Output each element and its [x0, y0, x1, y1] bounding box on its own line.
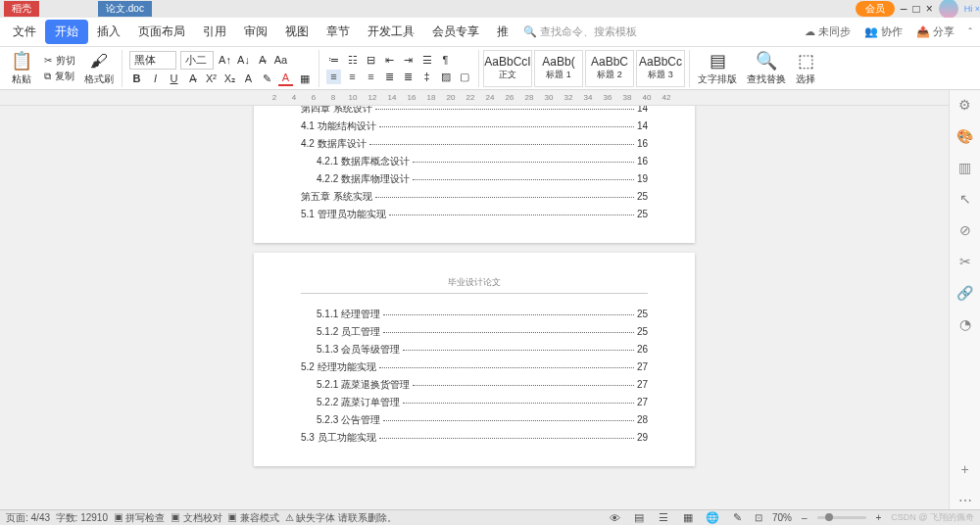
zoom-in-icon[interactable]: + — [876, 512, 882, 523]
align-distributed-icon[interactable]: ≣ — [401, 70, 416, 84]
subscript-icon[interactable]: X₂ — [222, 72, 237, 86]
sidepanel-settings-icon[interactable]: ⚙ — [956, 96, 974, 114]
shrink-font-icon[interactable]: A↓ — [236, 53, 251, 68]
avatar[interactable] — [939, 0, 958, 19]
select-button[interactable]: ⬚选择 — [792, 50, 819, 86]
vip-button[interactable]: 会员 — [856, 1, 895, 17]
decrease-indent-icon[interactable]: ⇤ — [382, 53, 397, 68]
sort-icon[interactable]: ☰ — [419, 53, 434, 68]
grow-font-icon[interactable]: A↑ — [218, 53, 232, 68]
toc-entry[interactable]: 5.2.2 蔬菜订单管理27 — [301, 396, 648, 409]
paste-button[interactable]: 📋粘贴 — [7, 50, 36, 86]
align-center-icon[interactable]: ≡ — [345, 70, 360, 84]
zoom-value[interactable]: 70% — [772, 512, 792, 523]
highlight-icon[interactable]: ✎ — [260, 72, 274, 86]
menu-vip[interactable]: 会员专享 — [423, 24, 488, 40]
toc-entry[interactable]: 5.1 管理员功能实现25 — [301, 208, 648, 221]
char-shading-icon[interactable]: ▦ — [297, 72, 312, 86]
clear-format-icon[interactable]: A̶ — [255, 53, 270, 68]
borders-icon[interactable]: ▢ — [457, 70, 471, 84]
style-h3[interactable]: AaBbCc标题 3 — [636, 50, 685, 87]
menu-section[interactable]: 章节 — [318, 24, 359, 40]
toc-entry[interactable]: 5.3 员工功能实现29 — [301, 431, 648, 445]
text-effects-icon[interactable]: A — [241, 72, 256, 86]
collapse-ribbon-icon[interactable]: ˆ — [968, 26, 972, 38]
toc-entry[interactable]: 5.2.1 蔬菜退换货管理27 — [301, 378, 648, 392]
sidepanel-clip-icon[interactable]: ✂ — [956, 253, 974, 270]
increase-indent-icon[interactable]: ⇥ — [401, 53, 416, 68]
zoom-slider[interactable] — [817, 516, 866, 519]
strike-icon[interactable]: A̶ — [185, 72, 200, 86]
view-web-icon[interactable]: ▦ — [681, 510, 696, 525]
share-button[interactable]: 📤 分享 — [916, 24, 955, 39]
view-focus-icon[interactable]: ✎ — [730, 510, 745, 525]
menu-review[interactable]: 审阅 — [235, 24, 276, 40]
maximize-icon[interactable]: □ — [912, 2, 919, 16]
status-spellcheck[interactable]: ▣ 拼写检查 — [114, 511, 166, 525]
italic-icon[interactable]: I — [148, 72, 163, 86]
status-page[interactable]: 页面: 4/43 — [6, 511, 50, 525]
zoom-fit-icon[interactable]: ⊡ — [755, 512, 762, 523]
toc-entry[interactable]: 4.1 功能结构设计14 — [301, 119, 648, 133]
copy-button[interactable]: ⧉ 复制 — [44, 70, 75, 83]
menu-insert[interactable]: 插入 — [88, 24, 129, 40]
line-spacing-icon[interactable]: ‡ — [419, 70, 434, 84]
change-case-icon[interactable]: Aa — [273, 53, 288, 68]
menu-pagelayout[interactable]: 页面布局 — [129, 24, 194, 40]
numbering-icon[interactable]: ☷ — [345, 53, 360, 68]
toc-entry[interactable]: 5.1.3 会员等级管理26 — [301, 343, 648, 357]
toc-entry[interactable]: 第五章 系统实现25 — [301, 190, 648, 204]
sidepanel-nav-icon[interactable]: ▥ — [956, 159, 974, 176]
status-missing-font[interactable]: ⚠ 缺失字体 — [285, 511, 336, 525]
document-area[interactable]: 第四章 系统设计144.1 功能结构设计144.2 数据库设计164.2.1 数… — [0, 106, 949, 509]
sync-status[interactable]: ☁ 未同步 — [805, 24, 851, 39]
sidepanel-more-icon[interactable]: ⋯ — [956, 492, 974, 509]
sidepanel-plus-icon[interactable]: + — [956, 460, 974, 478]
view-outline-icon[interactable]: ☰ — [657, 510, 671, 525]
app-tab-doc[interactable]: 论文.doc — [98, 1, 152, 17]
menu-home[interactable]: 开始 — [45, 20, 88, 44]
menu-view[interactable]: 视图 — [276, 24, 318, 40]
toc-entry[interactable]: 第四章 系统设计14 — [301, 106, 648, 116]
style-normal[interactable]: AaBbCcI正文 — [483, 50, 532, 87]
bold-icon[interactable]: B — [129, 72, 144, 86]
sidepanel-select-icon[interactable]: ↖ — [956, 190, 974, 208]
zoom-out-icon[interactable]: – — [802, 512, 808, 523]
align-right-icon[interactable]: ≡ — [364, 70, 378, 84]
toc-entry[interactable]: 5.2.3 公告管理28 — [301, 413, 648, 427]
font-family-select[interactable]: 黑体 — [129, 51, 176, 70]
coop-button[interactable]: 👥 协作 — [864, 24, 903, 39]
ruler[interactable]: 24681012141618202224262830323436384042 — [0, 90, 980, 106]
style-h2[interactable]: AaBbC标题 2 — [585, 50, 634, 87]
menu-devtools[interactable]: 开发工具 — [359, 24, 423, 40]
underline-icon[interactable]: U — [167, 72, 181, 86]
toc-entry[interactable]: 5.2 经理功能实现27 — [301, 360, 648, 374]
status-words[interactable]: 字数: 12910 — [56, 511, 108, 525]
toc-entry[interactable]: 4.2 数据库设计16 — [301, 137, 648, 151]
shading-icon[interactable]: ▨ — [438, 70, 453, 84]
toc-entry[interactable]: 5.1.1 经理管理25 — [301, 308, 648, 321]
multilevel-icon[interactable]: ⊟ — [364, 53, 378, 68]
find-replace-button[interactable]: 🔍查找替换 — [743, 50, 790, 86]
status-compat[interactable]: ▣ 兼容模式 — [227, 511, 279, 525]
sidepanel-link-icon[interactable]: 🔗 — [956, 284, 974, 302]
cut-button[interactable]: ✂ 剪切 — [44, 54, 75, 68]
format-brush-button[interactable]: 🖌格式刷 — [80, 51, 118, 86]
bullets-icon[interactable]: ≔ — [326, 53, 341, 68]
menu-file[interactable]: 文件 — [4, 24, 45, 40]
text-layout-button[interactable]: ▤文字排版 — [694, 50, 741, 86]
minimize-icon[interactable]: – — [901, 2, 907, 16]
search-input[interactable]: 🔍 查找命令、搜索模板 — [517, 24, 643, 39]
style-h1[interactable]: AaBb(标题 1 — [534, 50, 583, 87]
toc-entry[interactable]: 4.2.2 数据库物理设计19 — [301, 172, 648, 186]
show-marks-icon[interactable]: ¶ — [438, 53, 453, 68]
view-read-icon[interactable]: 🌐 — [706, 510, 720, 525]
app-tab-home[interactable]: 稻壳 — [4, 1, 39, 17]
align-justify-icon[interactable]: ≣ — [382, 70, 397, 84]
toc-entry[interactable]: 5.1.2 员工管理25 — [301, 325, 648, 339]
sidepanel-limit-icon[interactable]: ⊘ — [956, 221, 974, 239]
view-page-icon[interactable]: ▤ — [632, 510, 647, 525]
view-eye-icon[interactable]: 👁 — [608, 510, 622, 525]
toc-entry[interactable]: 4.2.1 数据库概念设计16 — [301, 155, 648, 168]
menu-references[interactable]: 引用 — [194, 24, 235, 40]
